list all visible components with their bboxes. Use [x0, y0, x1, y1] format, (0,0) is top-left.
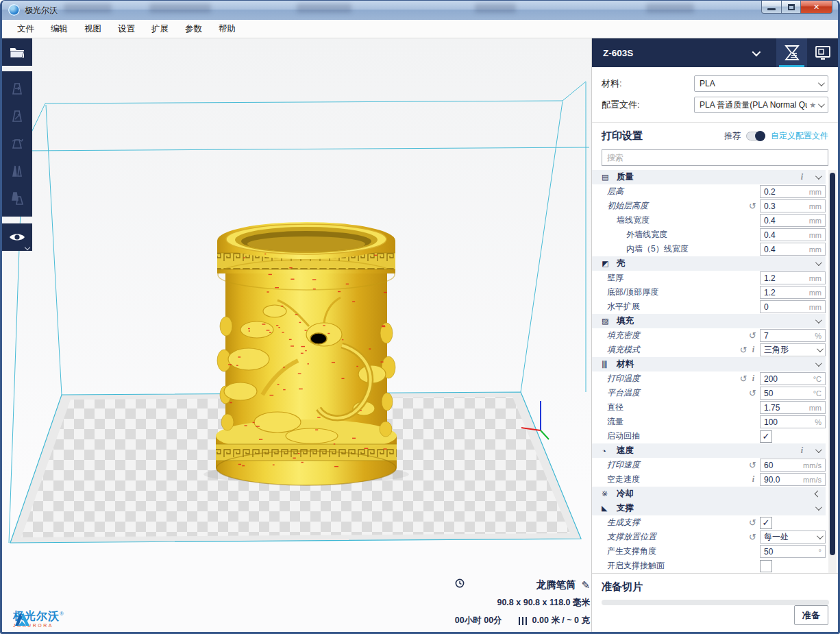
- unit-label: mm/s: [803, 461, 822, 470]
- setting-value-input[interactable]: 0.2mm: [760, 185, 826, 198]
- menu-item-3[interactable]: 设置: [111, 21, 142, 38]
- info-icon[interactable]: i: [800, 172, 804, 182]
- setting-label: 产生支撑角度: [604, 546, 656, 557]
- revert-icon[interactable]: ↺: [749, 330, 756, 341]
- menu-item-5[interactable]: 参数: [178, 21, 209, 38]
- settings-search-input[interactable]: 搜索: [602, 149, 828, 166]
- custom-profile-link[interactable]: 自定义配置文件: [771, 130, 828, 142]
- setting-dropdown[interactable]: 每一处: [760, 531, 826, 544]
- glass-reflection: [64, 3, 112, 13]
- setting-value-input[interactable]: 0.4mm: [760, 214, 826, 227]
- setting-value-input[interactable]: 60mm/s: [760, 459, 826, 472]
- scale-tool-button[interactable]: [2, 103, 32, 130]
- revert-icon[interactable]: ↺: [740, 345, 748, 355]
- menu-item-0[interactable]: 文件: [10, 21, 41, 38]
- setting-value-input[interactable]: 0.4mm: [760, 228, 826, 241]
- tab-monitor[interactable]: [807, 38, 838, 67]
- tab-prepare-slice[interactable]: [776, 38, 807, 67]
- material-dropdown[interactable]: PLA: [694, 75, 828, 92]
- setting-value-input[interactable]: 200°C: [760, 372, 826, 385]
- profile-label: 配置文件:: [602, 99, 640, 111]
- unit-label: mm: [809, 303, 822, 311]
- prepare-button[interactable]: 准备: [794, 605, 828, 625]
- model-dragon-pen-holder[interactable]: [203, 222, 409, 485]
- rename-pencil-icon[interactable]: ✎: [581, 579, 590, 592]
- window-title: 极光尔沃: [25, 5, 58, 16]
- setting-value-input[interactable]: 1.2mm: [760, 286, 826, 299]
- minimize-button[interactable]: [761, 1, 782, 14]
- settings-category-material[interactable]: ∥∥材料: [592, 357, 826, 371]
- settings-category-shell[interactable]: ◩壳: [592, 256, 826, 271]
- viewport-3d[interactable]: 龙腾笔筒 ✎ 90.8 x 90.8 x 118.0 毫米 00小时 00分 0…: [2, 38, 595, 632]
- material-value: PLA: [700, 79, 818, 88]
- model-info: 龙腾笔筒 ✎ 90.8 x 90.8 x 118.0 毫米 00小时 00分 0…: [455, 578, 590, 626]
- settings-category-infill[interactable]: ▨填充: [592, 314, 826, 328]
- category-title: 壳: [617, 258, 626, 269]
- material-usage: 0.00 米 / ~ 0 克: [532, 615, 590, 626]
- menu-item-4[interactable]: 扩展: [145, 21, 175, 38]
- setting-value-input[interactable]: 1.75mm: [760, 401, 826, 414]
- chevron-down-icon: [817, 533, 824, 539]
- revert-icon[interactable]: ↺: [749, 460, 756, 470]
- setting-value-input[interactable]: 1.2mm: [760, 271, 826, 284]
- machine-selector-bar[interactable]: Z-603S: [592, 38, 838, 67]
- setting-value-input[interactable]: 90.0mm/s: [760, 473, 826, 486]
- profile-value: PLA 普通质量(PLA Normal Qua: [700, 99, 807, 111]
- monitor-icon: [815, 45, 831, 60]
- setting-dropdown[interactable]: 三角形: [760, 343, 826, 356]
- info-icon[interactable]: i: [751, 474, 756, 485]
- setting-row: 直径1.75mm: [592, 400, 826, 415]
- setting-value-input[interactable]: 100%: [760, 415, 826, 428]
- setting-value-input[interactable]: 7%: [760, 329, 826, 342]
- settings-category-cooling[interactable]: ※冷却: [592, 487, 826, 501]
- title-bar[interactable]: 极光尔沃 ✕: [2, 1, 838, 20]
- settings-scrollbar[interactable]: [828, 170, 837, 581]
- value-text: 1.75: [764, 403, 809, 413]
- close-button[interactable]: ✕: [801, 1, 832, 14]
- setting-value-input[interactable]: 0.4mm: [760, 243, 826, 256]
- info-icon[interactable]: i: [751, 345, 756, 355]
- settings-category-speed[interactable]: ◔速度i: [592, 443, 826, 458]
- unit-label: mm: [809, 404, 822, 412]
- per-model-settings-button[interactable]: [2, 185, 32, 212]
- revert-icon[interactable]: ↺: [740, 374, 748, 384]
- open-folder-icon: [9, 45, 25, 59]
- setting-value-input[interactable]: 50°C: [760, 387, 826, 400]
- maximize-button[interactable]: [782, 1, 801, 14]
- rotate-tool-button[interactable]: [2, 130, 32, 158]
- menu-bar: 文件编辑视图设置扩展参数帮助: [2, 20, 838, 38]
- menu-item-1[interactable]: 编辑: [44, 21, 75, 38]
- profile-dropdown[interactable]: PLA 普通质量(PLA Normal Qua ★: [694, 97, 828, 113]
- setting-checkbox[interactable]: ✓: [760, 517, 772, 529]
- scrollbar-thumb[interactable]: [830, 173, 835, 555]
- revert-icon[interactable]: ↺: [749, 201, 756, 211]
- revert-icon[interactable]: ↺: [749, 388, 756, 398]
- setting-checkbox[interactable]: ✓: [760, 430, 772, 443]
- settings-list[interactable]: ▤质量i层高0.2mm初始层高度↺0.3mm墙线宽度0.4mm外墙线宽度0.4m…: [592, 170, 838, 581]
- mirror-tool-button[interactable]: [2, 158, 32, 185]
- menu-item-2[interactable]: 视图: [77, 21, 108, 38]
- menu-item-6[interactable]: 帮助: [212, 21, 243, 38]
- setting-label: 底部/顶部厚度: [604, 286, 658, 298]
- setting-label: 直径: [604, 402, 623, 413]
- cooling-icon: ※: [602, 489, 613, 498]
- revert-icon[interactable]: ↺: [749, 532, 756, 542]
- revert-icon[interactable]: ↺: [749, 517, 756, 528]
- move-tool-button[interactable]: [2, 75, 32, 103]
- recommended-custom-toggle[interactable]: [746, 132, 765, 141]
- value-text: 0.4: [764, 230, 809, 240]
- info-icon[interactable]: i: [800, 446, 804, 456]
- glass-reflection: [297, 3, 351, 13]
- open-file-button[interactable]: [2, 38, 32, 66]
- setting-value-input[interactable]: 0.3mm: [760, 199, 826, 212]
- setting-checkbox[interactable]: [760, 560, 772, 572]
- info-icon[interactable]: i: [751, 374, 756, 384]
- setting-label: 打印温度: [604, 373, 640, 385]
- chevron-down-icon: [818, 101, 825, 108]
- settings-category-support[interactable]: ◣支撑: [592, 501, 826, 515]
- settings-category-quality[interactable]: ▤质量i: [592, 170, 826, 184]
- unit-label: mm: [809, 274, 822, 282]
- filament-usage-icon: [519, 617, 528, 625]
- setting-value-input[interactable]: 0mm: [760, 300, 826, 313]
- setting-value-input[interactable]: 50°: [760, 545, 826, 558]
